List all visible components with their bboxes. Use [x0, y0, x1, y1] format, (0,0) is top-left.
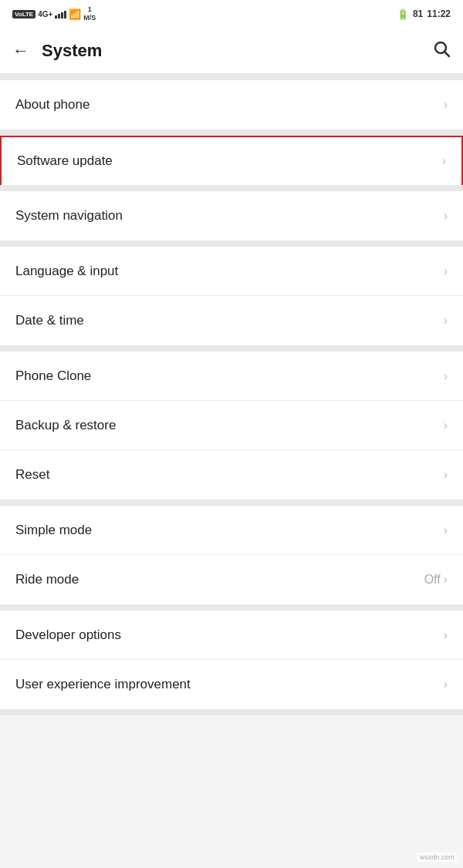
about-phone-right: ›: [444, 98, 448, 112]
section-divider-bottom: [0, 709, 463, 715]
menu-group-4: Language & input › Date & time ›: [0, 247, 463, 345]
toolbar: ← System: [0, 28, 463, 74]
language-input-chevron: ›: [444, 264, 448, 278]
signal-bars: [55, 9, 66, 19]
user-experience-right: ›: [444, 678, 448, 691]
language-input-label: Language & input: [15, 264, 118, 279]
toolbar-left: ← System: [12, 41, 102, 61]
watermark: wsxdn.com: [417, 853, 457, 862]
menu-group-6: Simple mode › Ride mode Off ›: [0, 506, 463, 604]
software-update-chevron: ›: [442, 154, 446, 168]
section-divider-2: [0, 130, 463, 136]
time-display: 11:22: [427, 8, 451, 19]
section-divider-7: [0, 604, 463, 611]
menu-item-phone-clone[interactable]: Phone Clone ›: [0, 352, 463, 401]
reset-chevron: ›: [444, 468, 448, 482]
section-divider-top: [0, 74, 463, 80]
menu-item-reset[interactable]: Reset ›: [0, 450, 463, 500]
svg-line-1: [445, 52, 450, 56]
status-bar: VoLTE 4G+ 📶 1 M/S 🔋 81 11:22: [0, 0, 463, 28]
section-divider-5: [0, 345, 463, 352]
software-update-right: ›: [442, 154, 446, 168]
phone-clone-label: Phone Clone: [15, 368, 91, 384]
reset-right: ›: [444, 468, 448, 482]
user-experience-chevron: ›: [444, 678, 448, 691]
date-time-label: Date & time: [15, 313, 84, 328]
menu-item-date-time[interactable]: Date & time ›: [0, 296, 463, 345]
developer-options-label: Developer options: [15, 627, 121, 643]
menu-content: About phone › Software update › System n…: [0, 74, 463, 715]
menu-item-language-input[interactable]: Language & input ›: [0, 247, 463, 296]
system-navigation-chevron: ›: [444, 209, 448, 223]
volte-badge: VoLTE: [12, 10, 35, 19]
status-right: 🔋 81 11:22: [397, 8, 451, 20]
phone-clone-right: ›: [444, 369, 448, 383]
menu-item-system-navigation[interactable]: System navigation ›: [0, 191, 463, 241]
menu-item-about-phone[interactable]: About phone ›: [0, 80, 463, 130]
date-time-chevron: ›: [444, 314, 448, 328]
menu-group-2: Software update ›: [0, 136, 463, 185]
wifi-icon: 📶: [69, 8, 81, 20]
section-divider-4: [0, 241, 463, 247]
back-button[interactable]: ←: [12, 41, 29, 61]
menu-group-3: System navigation ›: [0, 191, 463, 241]
backup-restore-right: ›: [444, 419, 448, 432]
ride-mode-right: Off ›: [424, 573, 448, 587]
about-phone-chevron: ›: [444, 98, 448, 112]
about-phone-label: About phone: [15, 97, 90, 113]
menu-group-5: Phone Clone › Backup & restore › Reset ›: [0, 352, 463, 500]
language-input-right: ›: [444, 264, 448, 278]
menu-item-ride-mode[interactable]: Ride mode Off ›: [0, 555, 463, 604]
menu-item-backup-restore[interactable]: Backup & restore ›: [0, 401, 463, 450]
system-navigation-label: System navigation: [15, 208, 123, 224]
user-experience-label: User experience improvement: [15, 677, 191, 692]
battery-level: 81: [413, 8, 423, 19]
date-time-right: ›: [444, 314, 448, 328]
battery-icon: 🔋: [397, 8, 409, 20]
section-divider-6: [0, 500, 463, 506]
menu-item-developer-options[interactable]: Developer options ›: [0, 611, 463, 660]
developer-options-right: ›: [444, 628, 448, 642]
page-title: System: [42, 41, 102, 61]
phone-clone-chevron: ›: [444, 369, 448, 383]
network-speed: 1 M/S: [83, 5, 96, 22]
status-left: VoLTE 4G+ 📶 1 M/S: [12, 5, 96, 22]
system-navigation-right: ›: [444, 209, 448, 223]
reset-label: Reset: [15, 467, 49, 483]
menu-item-user-experience[interactable]: User experience improvement ›: [0, 660, 463, 709]
ride-mode-chevron: ›: [444, 573, 448, 587]
backup-restore-chevron: ›: [444, 419, 448, 432]
backup-restore-label: Backup & restore: [15, 418, 116, 433]
software-update-label: Software update: [17, 153, 113, 169]
simple-mode-right: ›: [444, 523, 448, 537]
simple-mode-chevron: ›: [444, 523, 448, 537]
simple-mode-label: Simple mode: [15, 523, 92, 538]
developer-options-chevron: ›: [444, 628, 448, 642]
menu-group-7: Developer options › User experience impr…: [0, 611, 463, 709]
network-type: 4G+: [38, 10, 52, 19]
menu-group-1: About phone ›: [0, 80, 463, 130]
search-button[interactable]: [432, 39, 451, 62]
menu-item-software-update[interactable]: Software update ›: [0, 136, 463, 185]
menu-item-simple-mode[interactable]: Simple mode ›: [0, 506, 463, 555]
ride-mode-value: Off: [424, 573, 441, 587]
ride-mode-label: Ride mode: [15, 572, 79, 587]
section-divider-3: [0, 185, 463, 191]
